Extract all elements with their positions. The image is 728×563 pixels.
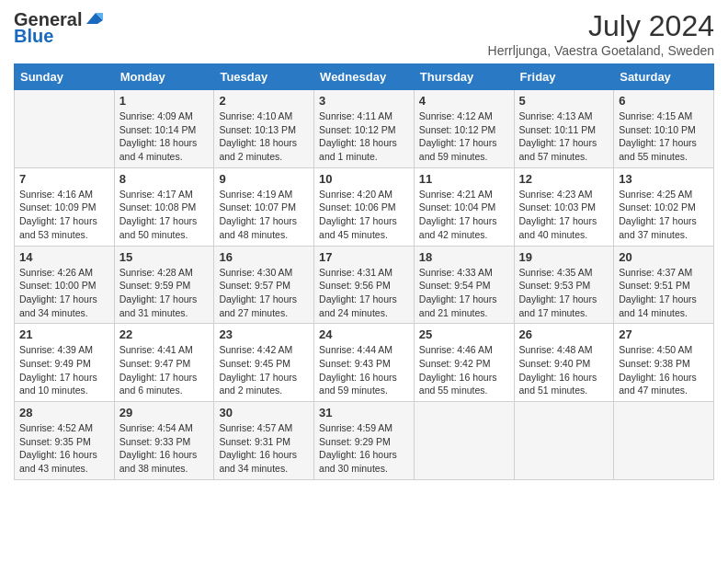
day-info: Sunrise: 4:42 AMSunset: 9:45 PMDaylight:… [219,343,309,397]
day-number: 16 [219,250,309,264]
sunset-text: Sunset: 9:54 PM [419,280,491,291]
month-title: July 2024 [488,9,714,43]
daylight-text: Daylight: 16 hours and 38 minutes. [119,449,198,474]
sunset-text: Sunset: 9:49 PM [19,358,91,369]
sunrise-text: Sunrise: 4:21 AM [419,189,493,200]
daylight-text: Daylight: 17 hours and 24 minutes. [319,293,397,318]
sunset-text: Sunset: 10:02 PM [619,201,695,213]
header-day-thursday: Thursday [414,64,514,90]
sunrise-text: Sunrise: 4:42 AM [219,344,292,355]
day-number: 3 [319,94,409,108]
sunrise-text: Sunrise: 4:19 AM [219,189,292,200]
day-info: Sunrise: 4:23 AMSunset: 10:03 PMDaylight… [519,188,609,242]
sunset-text: Sunset: 10:06 PM [319,201,395,213]
sunrise-text: Sunrise: 4:12 AM [419,110,493,121]
day-info: Sunrise: 4:20 AMSunset: 10:06 PMDaylight… [319,188,409,242]
sunrise-text: Sunrise: 4:35 AM [519,267,593,278]
week-row-3: 21Sunrise: 4:39 AMSunset: 9:49 PMDayligh… [15,324,714,402]
sunrise-text: Sunrise: 4:54 AM [119,422,193,433]
sunset-text: Sunset: 10:11 PM [519,124,596,135]
sunset-text: Sunset: 9:45 PM [219,358,290,369]
day-info: Sunrise: 4:17 AMSunset: 10:08 PMDaylight… [119,188,210,242]
sunrise-text: Sunrise: 4:25 AM [619,189,692,200]
sunset-text: Sunset: 10:13 PM [219,124,295,135]
calendar-cell [614,402,714,480]
header-row: SundayMondayTuesdayWednesdayThursdayFrid… [15,64,714,90]
day-number: 21 [19,327,109,341]
day-info: Sunrise: 4:39 AMSunset: 9:49 PMDaylight:… [19,343,109,397]
day-info: Sunrise: 4:33 AMSunset: 9:54 PMDaylight:… [419,266,509,320]
calendar-table: SundayMondayTuesdayWednesdayThursdayFrid… [14,63,714,480]
sunset-text: Sunset: 10:08 PM [119,201,196,213]
day-number: 14 [19,250,109,264]
calendar-cell: 7Sunrise: 4:16 AMSunset: 10:09 PMDayligh… [15,167,115,246]
sunset-text: Sunset: 10:03 PM [519,201,596,213]
sunrise-text: Sunrise: 4:16 AM [19,189,93,200]
daylight-text: Daylight: 16 hours and 30 minutes. [319,449,397,474]
day-number: 23 [219,327,309,341]
daylight-text: Daylight: 18 hours and 1 minute. [319,137,397,162]
header-day-tuesday: Tuesday [214,64,314,90]
sunset-text: Sunset: 10:10 PM [619,124,695,135]
sunrise-text: Sunrise: 4:50 AM [619,344,692,355]
week-row-0: 1Sunrise: 4:09 AMSunset: 10:14 PMDayligh… [15,90,714,168]
daylight-text: Daylight: 16 hours and 43 minutes. [19,449,97,474]
header-day-sunday: Sunday [15,64,115,90]
daylight-text: Daylight: 17 hours and 37 minutes. [619,215,697,240]
day-info: Sunrise: 4:28 AMSunset: 9:59 PMDaylight:… [119,266,210,320]
header-day-wednesday: Wednesday [314,64,415,90]
daylight-text: Daylight: 16 hours and 51 minutes. [519,372,597,396]
day-number: 13 [619,172,709,186]
daylight-text: Daylight: 17 hours and 2 minutes. [219,372,297,396]
daylight-text: Daylight: 17 hours and 31 minutes. [119,293,198,318]
calendar-cell: 25Sunrise: 4:46 AMSunset: 9:42 PMDayligh… [414,324,514,402]
day-number: 11 [419,172,509,186]
day-number: 4 [419,94,509,108]
sunset-text: Sunset: 10:12 PM [319,124,395,135]
calendar-cell: 26Sunrise: 4:48 AMSunset: 9:40 PMDayligh… [514,324,614,402]
day-info: Sunrise: 4:52 AMSunset: 9:35 PMDaylight:… [19,421,109,476]
daylight-text: Daylight: 17 hours and 59 minutes. [419,137,497,162]
day-info: Sunrise: 4:10 AMSunset: 10:13 PMDaylight… [219,109,309,164]
day-number: 28 [19,406,109,419]
day-number: 31 [319,406,409,419]
sunset-text: Sunset: 10:12 PM [419,124,495,135]
day-number: 7 [19,172,109,186]
calendar-cell: 8Sunrise: 4:17 AMSunset: 10:08 PMDayligh… [114,167,214,246]
calendar-cell: 4Sunrise: 4:12 AMSunset: 10:12 PMDayligh… [414,90,514,168]
calendar-cell: 20Sunrise: 4:37 AMSunset: 9:51 PMDayligh… [614,246,714,324]
daylight-text: Daylight: 17 hours and 53 minutes. [19,215,97,240]
sunset-text: Sunset: 9:38 PM [619,358,690,369]
calendar-cell: 16Sunrise: 4:30 AMSunset: 9:57 PMDayligh… [214,246,314,324]
sunset-text: Sunset: 9:43 PM [319,358,391,369]
day-info: Sunrise: 4:30 AMSunset: 9:57 PMDaylight:… [219,266,309,320]
sunrise-text: Sunrise: 4:52 AM [19,422,93,433]
daylight-text: Daylight: 16 hours and 34 minutes. [219,449,297,474]
sunset-text: Sunset: 9:57 PM [219,280,290,291]
day-info: Sunrise: 4:15 AMSunset: 10:10 PMDaylight… [619,109,709,164]
sunset-text: Sunset: 9:33 PM [119,436,191,447]
calendar-cell: 29Sunrise: 4:54 AMSunset: 9:33 PMDayligh… [114,402,214,480]
daylight-text: Daylight: 17 hours and 48 minutes. [219,215,297,240]
calendar-cell: 18Sunrise: 4:33 AMSunset: 9:54 PMDayligh… [414,246,514,324]
calendar-cell: 11Sunrise: 4:21 AMSunset: 10:04 PMDaylig… [414,167,514,246]
sunrise-text: Sunrise: 4:31 AM [319,267,392,278]
sunrise-text: Sunrise: 4:33 AM [419,267,493,278]
calendar-cell: 30Sunrise: 4:57 AMSunset: 9:31 PMDayligh… [214,402,314,480]
day-info: Sunrise: 4:41 AMSunset: 9:47 PMDaylight:… [119,343,210,397]
sunrise-text: Sunrise: 4:46 AM [419,344,493,355]
day-number: 12 [519,172,609,186]
daylight-text: Daylight: 17 hours and 55 minutes. [619,137,697,162]
daylight-text: Daylight: 17 hours and 10 minutes. [19,372,97,396]
calendar-cell: 23Sunrise: 4:42 AMSunset: 9:45 PMDayligh… [214,324,314,402]
daylight-text: Daylight: 17 hours and 50 minutes. [119,215,198,240]
calendar-cell: 24Sunrise: 4:44 AMSunset: 9:43 PMDayligh… [314,324,415,402]
sunset-text: Sunset: 9:47 PM [119,358,191,369]
daylight-text: Daylight: 17 hours and 27 minutes. [219,293,297,318]
page-header: General Blue July 2024 Herrljunga, Vaest… [14,9,714,58]
calendar-cell: 10Sunrise: 4:20 AMSunset: 10:06 PMDaylig… [314,167,415,246]
sunrise-text: Sunrise: 4:59 AM [319,422,392,433]
sunrise-text: Sunrise: 4:17 AM [119,189,193,200]
day-number: 8 [119,172,210,186]
sunset-text: Sunset: 10:04 PM [419,201,495,213]
